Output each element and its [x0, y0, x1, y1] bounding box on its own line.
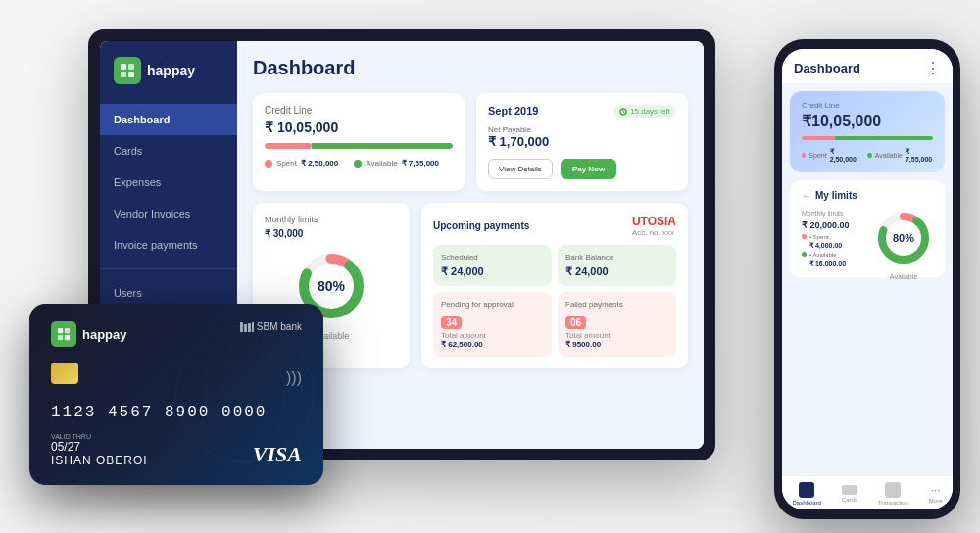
phone-page-title: Dashboard [794, 61, 860, 75]
phone-donut-label: Available [874, 273, 933, 280]
svg-rect-1 [128, 64, 134, 70]
card-logo-icon [51, 321, 76, 347]
transactions-nav-icon [885, 482, 901, 498]
sept-header: Sept 2019 15 days left [488, 105, 676, 118]
sept2019-card: Sept 2019 15 days left Net Payable ₹ 1,7… [476, 93, 688, 191]
top-cards-row: Credit Line ₹ 10,05,000 Spent [253, 93, 688, 191]
phone-mockup: Dashboard ⋮ Credit Line ₹10,05,000 Spent… [774, 39, 960, 519]
card-globe-decoration [167, 304, 323, 485]
card-valid-label: VALID THRU [51, 433, 148, 440]
available-legend: Available ₹ 7,55,000 [354, 159, 439, 168]
card-expiry: 05/27 [51, 440, 148, 454]
utosia-brand: UTOSIA [632, 215, 676, 228]
cards-nav-icon [842, 485, 858, 495]
phone-my-limits: ← My limits Monthly limits ₹ 20,000.00 •… [790, 180, 945, 277]
spent-item: • Spent [802, 234, 864, 240]
svg-rect-16 [58, 328, 63, 333]
phone-donut: 80% Available [874, 209, 933, 267]
card-logo: happay [51, 321, 127, 347]
svg-rect-0 [121, 64, 126, 70]
brand-info: UTOSIA Acc. no. xxx [632, 215, 676, 237]
bank-balance-payment: Bank Balance ₹ 24,000 [558, 245, 676, 286]
credit-line-label: Credit Line [265, 105, 453, 116]
credit-line-amount: ₹ 10,05,000 [265, 120, 453, 135]
acc-no: Acc. no. xxx [632, 228, 676, 237]
phone-legend: Spent ₹ 2,50,000 Available ₹ 7,55,000 [802, 148, 933, 163]
failed-payment: Failed payments 06 Total amount ₹ 9500.0… [558, 292, 676, 357]
credit-card: happay SBM bank ))) 1123 4567 8900 0000 … [29, 304, 323, 485]
phone-screen: Dashboard ⋮ Credit Line ₹10,05,000 Spent… [782, 49, 953, 509]
scheduled-amount: ₹ 24,000 [441, 266, 544, 278]
phone-nav-dashboard[interactable]: Dashboard [792, 482, 820, 506]
phone-header: Dashboard ⋮ [782, 49, 953, 83]
phone-nav-cards[interactable]: Cards [842, 485, 858, 503]
net-payable-amount: ₹ 1,70,000 [488, 134, 676, 149]
failed-count: 06 [565, 316, 586, 329]
available-bar [312, 143, 453, 149]
phone-donut-percent: 80% [893, 232, 914, 244]
svg-line-6 [623, 112, 625, 113]
page-title: Dashboard [253, 57, 688, 79]
pending-label: Pending for approval [441, 300, 544, 309]
payment-grid: Scheduled ₹ 24,000 Bank Balance ₹ 24,000… [433, 245, 676, 357]
monthly-limits-label: Monthly limits [265, 215, 318, 224]
phone-available-dot [867, 153, 871, 158]
card-brand-name: happay [82, 327, 127, 342]
pay-now-button[interactable]: Pay Now [561, 159, 616, 179]
phone-available-bar [835, 136, 934, 140]
failed-label: Failed payments [565, 300, 668, 309]
available-item-amount: ₹ 16,000.00 [809, 260, 864, 267]
sidebar-item-dashboard[interactable]: Dashboard [100, 104, 237, 135]
sidebar-item-expenses[interactable]: Expenses [100, 167, 237, 198]
sidebar-divider [100, 268, 237, 269]
spent-legend: Spent ₹ 2,50,000 [265, 159, 338, 168]
scheduled-label: Scheduled [441, 253, 544, 262]
credit-line-card: Credit Line ₹ 10,05,000 Spent [253, 93, 465, 191]
sept-btn-row: View Details Pay Now [488, 159, 676, 179]
sidebar-logo: happay [100, 57, 237, 104]
failed-total: ₹ 9500.00 [565, 340, 668, 349]
bank-balance-amount: ₹ 24,000 [565, 266, 668, 278]
svg-rect-2 [121, 72, 126, 77]
phone-nav-transactions[interactable]: Transaction [878, 482, 908, 506]
limits-back-arrow[interactable]: ← [802, 190, 811, 201]
pending-total-label: Total amount [441, 331, 544, 340]
monthly-limits-amount: ₹ 20,000.00 [802, 220, 864, 230]
spent-bar [265, 143, 312, 149]
logo-text: happay [147, 63, 195, 78]
phone-nav-more[interactable]: ··· More [929, 484, 943, 504]
svg-rect-3 [128, 72, 134, 77]
pending-payment: Pending for approval 34 Total amount ₹ 6… [433, 292, 552, 357]
sept-title: Sept 2019 [488, 105, 538, 117]
dashboard-nav-icon [799, 482, 814, 498]
net-payable-label: Net Payable [488, 125, 676, 134]
credit-progress-bar [265, 143, 453, 149]
days-left-badge: 15 days left [613, 105, 676, 118]
available-item: • Available [802, 252, 864, 258]
phone-menu-icon[interactable]: ⋮ [925, 59, 941, 77]
limits-content: Monthly limits ₹ 20,000.00 • Spent ₹ 4,0… [802, 209, 933, 267]
monthly-limits-label: Monthly limits [802, 210, 864, 217]
svg-rect-19 [65, 335, 70, 340]
sidebar-item-vendor-invoices[interactable]: Vendor Invoices [100, 198, 237, 229]
view-details-button[interactable]: View Details [488, 159, 553, 179]
bank-balance-label: Bank Balance [565, 253, 668, 262]
svg-rect-18 [58, 335, 63, 340]
spent-dot [265, 160, 272, 168]
sidebar-item-cards[interactable]: Cards [100, 135, 237, 167]
limits-header: ← My limits [802, 190, 933, 201]
phone-spent-dot [802, 153, 806, 158]
svg-rect-17 [65, 328, 70, 333]
more-nav-icon: ··· [931, 484, 941, 496]
phone-spent-legend: Spent ₹ 2,50,000 [802, 148, 858, 163]
credit-legend: Spent ₹ 2,50,000 Available ₹ 7,55,000 [265, 159, 453, 168]
card-holder-name: ISHAN OBEROI [51, 454, 148, 467]
monthly-limits-amount: ₹ 30,000 [265, 228, 303, 239]
scene: happay Dashboard Cards Expenses Vendor I… [10, 10, 970, 523]
phone-available-legend: Available ₹ 7,55,000 [867, 148, 933, 163]
phone-credit-line: Credit Line ₹10,05,000 Spent ₹ 2,50,000 … [790, 91, 945, 172]
phone-progress-bar [802, 136, 933, 140]
sidebar-item-invoice-payments[interactable]: Invoice payments [100, 229, 237, 261]
upcoming-title: Upcoming payments [433, 220, 529, 231]
chip-icon [51, 363, 78, 384]
